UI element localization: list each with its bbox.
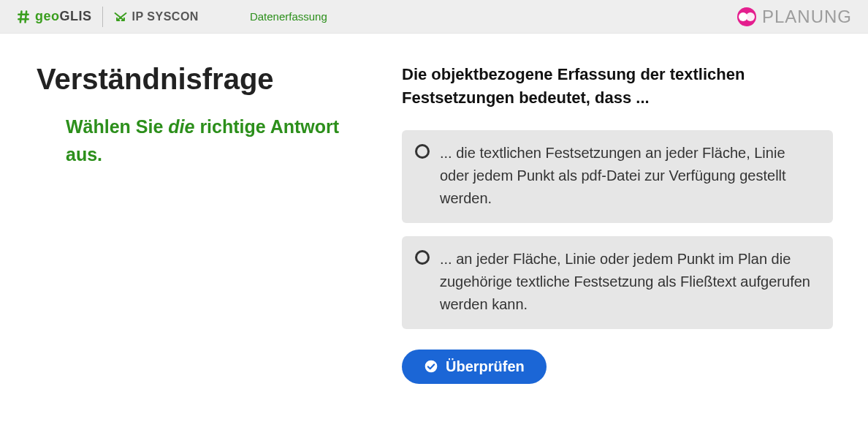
logo-ipsyscon: IP SYSCON [113, 10, 199, 24]
right-column: Die objektbezogene Erfassung der textlic… [402, 63, 846, 384]
check-circle-icon [424, 359, 438, 374]
header-divider [102, 7, 103, 27]
nav-datenerfassung[interactable]: Datenerfassung [250, 10, 327, 23]
quiz-question: Die objektbezogene Erfassung der textlic… [402, 63, 833, 110]
hash-route-icon [16, 10, 31, 24]
svg-point-0 [425, 360, 438, 373]
main-content: Verständnisfrage Wählen Sie die richtige… [0, 34, 868, 406]
quiz-option-2-text: ... an jeder Fläche, Linie oder jedem Pu… [440, 248, 818, 316]
logo-geoglis: geoGLIS [16, 9, 92, 24]
instruction-prefix: Wählen Sie [66, 116, 168, 137]
logo-xplanung-text: PLANUNG [762, 7, 852, 27]
logo-geoglis-glis: GLIS [60, 9, 92, 23]
submit-button[interactable]: Überprüfen [402, 350, 547, 384]
instruction-text: Wählen Sie die richtige Antwort aus. [37, 113, 373, 168]
logo-ipsyscon-text: IP SYSCON [132, 10, 199, 23]
arrows-cross-icon [113, 10, 128, 24]
quiz-option-1-text: ... die textlichen Festsetzungen an jede… [440, 142, 818, 210]
quiz-option-2[interactable]: ... an jeder Fläche, Linie oder jedem Pu… [402, 236, 833, 329]
left-column: Verständnisfrage Wählen Sie die richtige… [37, 63, 373, 384]
app-header: geoGLIS IP SYSCON Datenerfassung PLANUNG [0, 0, 868, 34]
logo-geoglis-geo: geo [35, 9, 60, 23]
page-title: Verständnisfrage [37, 63, 373, 96]
radio-icon [415, 250, 430, 265]
instruction-emphasis: die [168, 116, 194, 137]
xplanung-badge-icon [737, 7, 756, 26]
radio-icon [415, 144, 430, 159]
logo-xplanung: PLANUNG [737, 7, 852, 27]
submit-button-label: Überprüfen [446, 358, 525, 375]
quiz-option-1[interactable]: ... die textlichen Festsetzungen an jede… [402, 130, 833, 223]
